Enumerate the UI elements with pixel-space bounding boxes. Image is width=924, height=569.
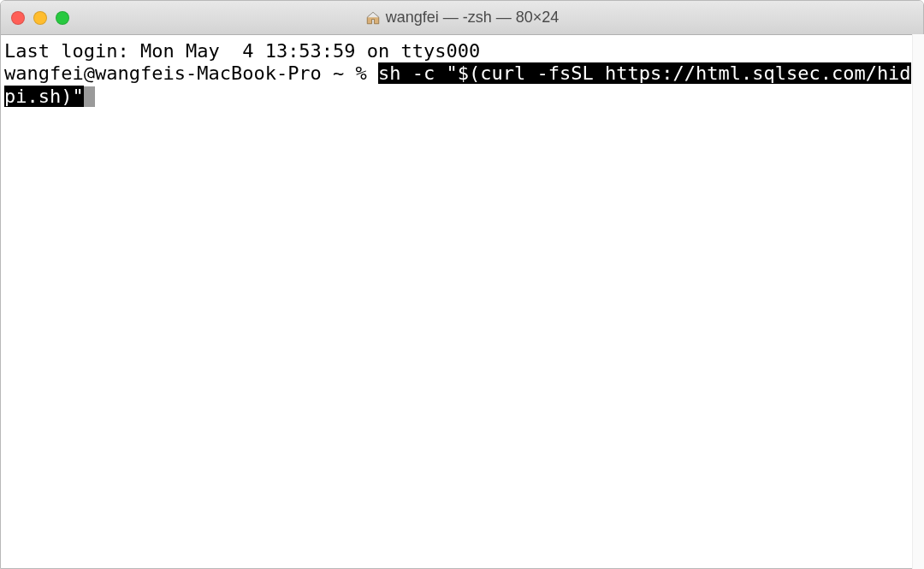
- command-selection-part1[interactable]: sh -c "$(curl -fsSL https://html.sqlsec.…: [378, 62, 911, 84]
- home-icon: [365, 10, 381, 26]
- titlebar[interactable]: wangfei — -zsh — 80×24: [1, 1, 923, 35]
- window-title: wangfei — -zsh — 80×24: [386, 9, 560, 27]
- command-selection-part2[interactable]: pi.sh)": [4, 86, 84, 107]
- terminal-body[interactable]: Last login: Mon May 4 13:53:59 on ttys00…: [1, 35, 923, 568]
- scrollbar[interactable]: [912, 34, 924, 569]
- minimize-button[interactable]: [33, 11, 47, 25]
- close-button[interactable]: [11, 11, 25, 25]
- maximize-button[interactable]: [56, 11, 69, 25]
- last-login-line: Last login: Mon May 4 13:53:59 on ttys00…: [4, 40, 920, 62]
- shell-prompt: wangfei@wangfeis-MacBook-Pro ~ %: [4, 62, 378, 84]
- terminal-window: wangfei — -zsh — 80×24 Last login: Mon M…: [0, 0, 924, 569]
- cursor: [84, 86, 95, 107]
- traffic-lights: [11, 11, 69, 25]
- title-container: wangfei — -zsh — 80×24: [1, 9, 923, 27]
